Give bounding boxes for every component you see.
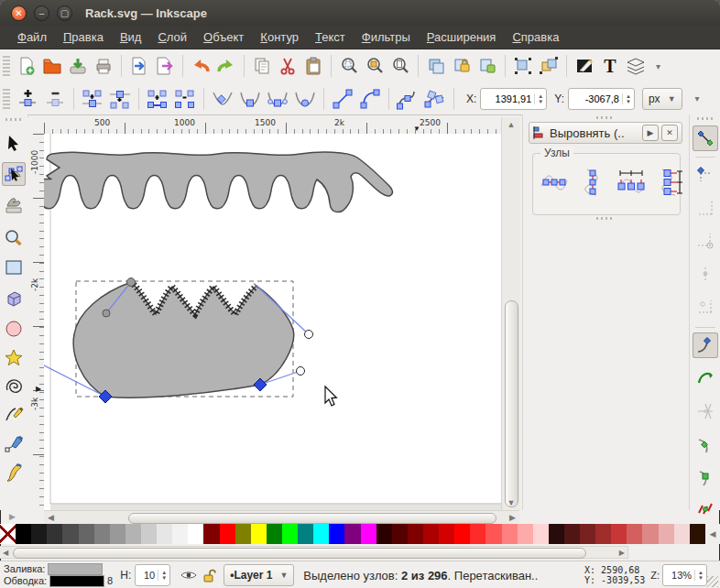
spiral-tool[interactable] bbox=[2, 375, 26, 398]
vertical-scrollbar[interactable]: ▲ ▼ bbox=[501, 117, 520, 510]
import-button[interactable] bbox=[126, 53, 152, 79]
join-segment-button[interactable] bbox=[144, 87, 171, 111]
pencil-tool[interactable] bbox=[2, 402, 26, 426]
align-nodes-vertical-button[interactable] bbox=[577, 165, 608, 200]
3dbox-tool[interactable] bbox=[2, 287, 26, 310]
segment-line-button[interactable] bbox=[329, 87, 356, 111]
palette-scrollbar[interactable]: ◀ ▶ bbox=[0, 546, 628, 559]
undo-button[interactable] bbox=[188, 53, 213, 79]
menu-edit[interactable]: Правка bbox=[55, 27, 112, 48]
export-button[interactable] bbox=[152, 53, 178, 79]
zoom-page-button[interactable] bbox=[387, 53, 413, 79]
palette-swatch[interactable] bbox=[611, 524, 627, 544]
palette-scroll-thumb[interactable] bbox=[13, 548, 586, 559]
menu-path[interactable]: Контур bbox=[252, 27, 307, 48]
zoom-drawing-button[interactable] bbox=[362, 53, 387, 79]
drawing-area[interactable] bbox=[44, 134, 501, 510]
palette-swatch[interactable] bbox=[533, 524, 549, 544]
create-clone-button[interactable] bbox=[449, 53, 475, 79]
palette-swatch[interactable] bbox=[642, 524, 658, 544]
palette-swatch[interactable] bbox=[439, 524, 454, 544]
palette-swatch[interactable] bbox=[141, 524, 157, 544]
layer-lock-icon[interactable] bbox=[202, 568, 216, 583]
palette-swatch[interactable] bbox=[282, 524, 298, 544]
palette-swatch[interactable] bbox=[79, 524, 94, 544]
menu-help[interactable]: Справка bbox=[504, 27, 567, 48]
vertical-scroll-thumb[interactable] bbox=[505, 300, 518, 507]
horizontal-scroll-thumb[interactable] bbox=[128, 513, 496, 524]
palette-swatch[interactable] bbox=[329, 524, 344, 544]
palette-swatch[interactable] bbox=[423, 524, 439, 544]
palette-swatch[interactable] bbox=[203, 524, 219, 544]
palette-swatch[interactable] bbox=[251, 524, 267, 544]
control-handle[interactable] bbox=[103, 310, 110, 317]
palette-swatch[interactable] bbox=[659, 524, 674, 544]
layer-dropdown[interactable]: •Layer 1▼ bbox=[224, 564, 294, 586]
y-spinbox[interactable]: -3067,8▲▼ bbox=[568, 88, 635, 110]
zoom-tool[interactable] bbox=[2, 226, 26, 250]
snap-bbox-edges-button[interactable] bbox=[693, 195, 718, 221]
x-spin-arrows[interactable]: ▲▼ bbox=[534, 93, 546, 104]
snap-enable-button[interactable] bbox=[693, 125, 718, 151]
distribute-nodes-vertical-button[interactable] bbox=[654, 165, 685, 200]
duplicate-button[interactable] bbox=[423, 53, 449, 79]
dock-grip[interactable] bbox=[596, 217, 613, 220]
palette-swatch[interactable] bbox=[344, 524, 360, 544]
y-spin-arrows[interactable]: ▲▼ bbox=[622, 93, 634, 104]
snap-to-paths-button[interactable] bbox=[693, 365, 718, 391]
text-dialog-button[interactable]: T bbox=[597, 53, 623, 79]
open-button[interactable] bbox=[39, 53, 65, 79]
menu-file[interactable]: Файл bbox=[9, 27, 55, 48]
snap-bbox-button[interactable] bbox=[693, 162, 718, 188]
palette-swatch[interactable] bbox=[125, 524, 141, 544]
dock-title-bar[interactable]: Выровнять (.. ▶ ✕ bbox=[529, 122, 682, 144]
x-spinbox[interactable]: 1391,91▲▼ bbox=[480, 88, 547, 110]
close-button[interactable]: ✕ bbox=[11, 5, 27, 21]
menu-object[interactable]: Объект bbox=[195, 27, 252, 48]
control-handle[interactable] bbox=[305, 331, 313, 339]
palette-swatch[interactable] bbox=[690, 524, 705, 544]
calligraphy-tool[interactable] bbox=[2, 461, 26, 485]
toolbar-grip[interactable] bbox=[3, 89, 10, 109]
node-cusp-button[interactable] bbox=[209, 87, 236, 111]
horizontal-scrollbar[interactable]: ◀ ▶ bbox=[44, 510, 519, 525]
stroke-swatch[interactable] bbox=[49, 575, 104, 587]
palette-swatch[interactable] bbox=[172, 524, 188, 544]
rack-shape-top[interactable] bbox=[44, 152, 393, 212]
opacity-spin-arrows[interactable]: ▲▼ bbox=[158, 570, 169, 581]
toolbar-overflow-chevron[interactable]: ▾ bbox=[695, 93, 700, 103]
snap-bbox-midpoints-button[interactable] bbox=[693, 261, 718, 287]
snap-path-intersections-button[interactable] bbox=[693, 398, 718, 424]
palette-swatch[interactable] bbox=[392, 524, 408, 544]
palette-scroll-arrow[interactable]: ▶ bbox=[619, 549, 625, 557]
scroll-left-arrow[interactable]: ◀ bbox=[48, 513, 54, 522]
control-handle[interactable] bbox=[297, 367, 305, 376]
cut-button[interactable] bbox=[275, 53, 300, 79]
palette-swatch[interactable] bbox=[31, 524, 47, 544]
maximize-button[interactable]: ▢ bbox=[57, 5, 72, 21]
ellipse-tool[interactable] bbox=[2, 317, 26, 341]
palette-swatch[interactable] bbox=[110, 524, 125, 544]
snap-smooth-nodes-button[interactable] bbox=[693, 464, 718, 490]
align-nodes-horizontal-button[interactable] bbox=[539, 165, 570, 200]
palette-swatch[interactable] bbox=[313, 524, 329, 544]
palette-scroll-left-arrow[interactable]: ◀ bbox=[705, 524, 720, 544]
zoom-selection-button[interactable] bbox=[336, 53, 362, 79]
window-resize-grip[interactable] bbox=[707, 576, 718, 587]
unlink-clone-button[interactable] bbox=[475, 53, 500, 79]
snap-nodes-button[interactable] bbox=[693, 332, 718, 358]
toolbar-grip[interactable] bbox=[3, 56, 10, 76]
palette-swatch[interactable] bbox=[408, 524, 423, 544]
star-tool[interactable] bbox=[2, 346, 26, 370]
menu-text[interactable]: Текст bbox=[307, 27, 354, 48]
snap-bbox-corners-button[interactable] bbox=[693, 228, 718, 254]
delete-node-button[interactable] bbox=[41, 87, 69, 111]
vertical-ruler[interactable]: -1000 -2k -3k ▶ bbox=[27, 134, 45, 510]
palette-swatch[interactable] bbox=[220, 524, 235, 544]
palette-swatch[interactable] bbox=[674, 524, 690, 544]
palette-scroll-arrow[interactable]: ◀ bbox=[3, 549, 8, 557]
paste-button[interactable] bbox=[300, 53, 326, 79]
canvas[interactable] bbox=[44, 134, 501, 510]
snap-bbox-centers-button[interactable] bbox=[693, 294, 718, 320]
copy-button[interactable] bbox=[249, 53, 275, 79]
